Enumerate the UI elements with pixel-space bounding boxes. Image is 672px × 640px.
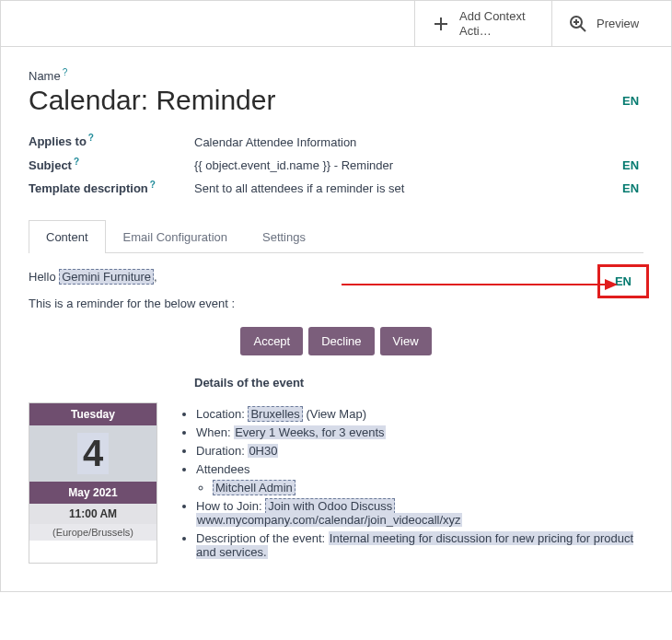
applies-to-value[interactable]: Calendar Attendee Information (194, 135, 643, 149)
detail-duration: Duration: 0H30 (196, 444, 643, 458)
tab-content[interactable]: Content (29, 220, 106, 253)
mini-cal-timezone: (Europe/Brussels) (29, 524, 156, 541)
accept-button[interactable]: Accept (240, 327, 303, 355)
event-details-list: Location: Bruxelles (View Map) When: Eve… (180, 402, 643, 564)
mini-cal-time: 11:00 AM (29, 504, 156, 524)
name-field-label: Name? (29, 67, 643, 83)
magnify-plus-icon (569, 15, 587, 33)
detail-location: Location: Bruxelles (View Map) (196, 407, 643, 421)
preview-label: Preview (597, 17, 639, 31)
view-button[interactable]: View (380, 327, 432, 355)
tab-email-configuration[interactable]: Email Configuration (106, 220, 245, 253)
applies-to-label: Applies to? (29, 133, 194, 148)
detail-how-to-join: How to Join: Join with Odoo Discuss www.… (196, 499, 643, 527)
name-field-value[interactable]: Calendar: Reminder (29, 85, 599, 116)
detail-when: When: Every 1 Weeks, for 3 events (196, 425, 643, 439)
add-context-label: Add Context Acti… (459, 9, 535, 38)
preview-button[interactable]: Preview (551, 1, 671, 46)
help-icon[interactable]: ? (88, 133, 94, 143)
mini-cal-weekday: Tuesday (29, 403, 156, 425)
top-toolbar: Add Context Acti… Preview (1, 1, 671, 47)
template-description-label: Template description? (29, 180, 194, 195)
mini-calendar: Tuesday 4 May 2021 11:00 AM (Europe/Brus… (29, 402, 157, 564)
add-context-action-button[interactable]: Add Context Acti… (414, 1, 551, 46)
template-description-value[interactable]: Sent to all attendees if a reminder is s… (194, 181, 599, 195)
decline-button[interactable]: Decline (308, 327, 374, 355)
tab-settings[interactable]: Settings (245, 220, 323, 253)
detail-attendees: Attendees Mitchell Admin (196, 462, 643, 495)
details-heading: Details of the event (194, 376, 643, 390)
lang-badge-subject[interactable]: EN (618, 158, 643, 172)
mini-cal-day: 4 (77, 433, 109, 474)
attendee-item: Mitchell Admin (213, 481, 643, 495)
help-icon[interactable]: ? (74, 157, 79, 167)
lang-badge-name[interactable]: EN (618, 94, 643, 108)
help-icon[interactable]: ? (63, 67, 68, 77)
svg-marker-2 (605, 279, 618, 290)
recipient-placeholder: Gemini Furniture (59, 269, 154, 285)
content-tab-body: EN Hello Gemini Furniture, This is a rem… (29, 253, 643, 564)
help-icon[interactable]: ? (150, 180, 156, 190)
reminder-text: This is a reminder for the below event : (29, 297, 643, 310)
lang-badge-description[interactable]: EN (618, 181, 643, 195)
detail-description: Description of the event: Internal meeti… (196, 531, 643, 559)
subject-value[interactable]: {{ object.event_id.name }} - Reminder (194, 158, 599, 172)
subject-label: Subject? (29, 157, 194, 172)
arrow-annotation (342, 273, 618, 296)
mini-cal-month: May 2021 (29, 482, 156, 504)
plus-icon (432, 15, 450, 33)
tab-bar: Content Email Configuration Settings (29, 219, 643, 253)
